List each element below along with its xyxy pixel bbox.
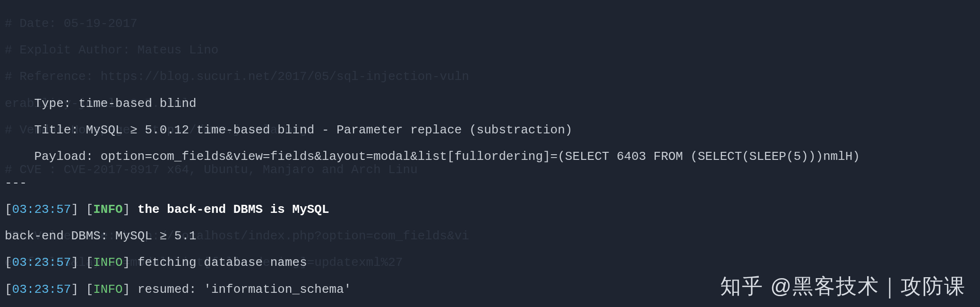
separator-line: --- — [5, 176, 975, 190]
payload-line: Payload: option=com_fields&view=fields&l… — [5, 150, 975, 163]
type-line: Type: time-based blind — [5, 97, 975, 110]
dbms-version-line: back-end DBMS: MySQL ≥ 5.1 — [5, 229, 975, 243]
log-message: fetching database names — [138, 255, 307, 270]
ghost-line: # Date: 05-19-2017 — [5, 17, 469, 30]
timestamp: 03:23:57 — [12, 282, 71, 297]
log-message: resumed: 'information_schema' — [138, 282, 351, 297]
watermark-text: 知乎 @黑客技术｜攻防课 — [720, 275, 966, 298]
log-line: [03:23:57] [INFO] fetching database name… — [5, 256, 975, 269]
payload-value: option=com_fields&view=fields&layout=mod… — [101, 149, 860, 164]
info-label: INFO — [93, 202, 122, 217]
ghost-line: # Exploit Author: Mateus Lino — [5, 44, 469, 57]
timestamp: 03:23:57 — [12, 255, 71, 270]
dbms-detection-line: [03:23:57] [INFO] the back-end DBMS is M… — [5, 203, 975, 216]
info-label: INFO — [93, 255, 122, 270]
terminal-output: Type: time-based blind Title: MySQL ≥ 5.… — [5, 83, 975, 307]
type-value: time-based blind — [78, 96, 197, 111]
dbms-message: the back-end DBMS is MySQL — [138, 202, 329, 217]
info-label: INFO — [93, 282, 122, 297]
timestamp: 03:23:57 — [12, 202, 71, 217]
title-line: Title: MySQL ≥ 5.0.12 time-based blind -… — [5, 123, 975, 137]
title-value: MySQL ≥ 5.0.12 time-based blind - Parame… — [86, 123, 573, 137]
ghost-line: # Reference: https://blog.sucuri.net/201… — [5, 70, 469, 83]
